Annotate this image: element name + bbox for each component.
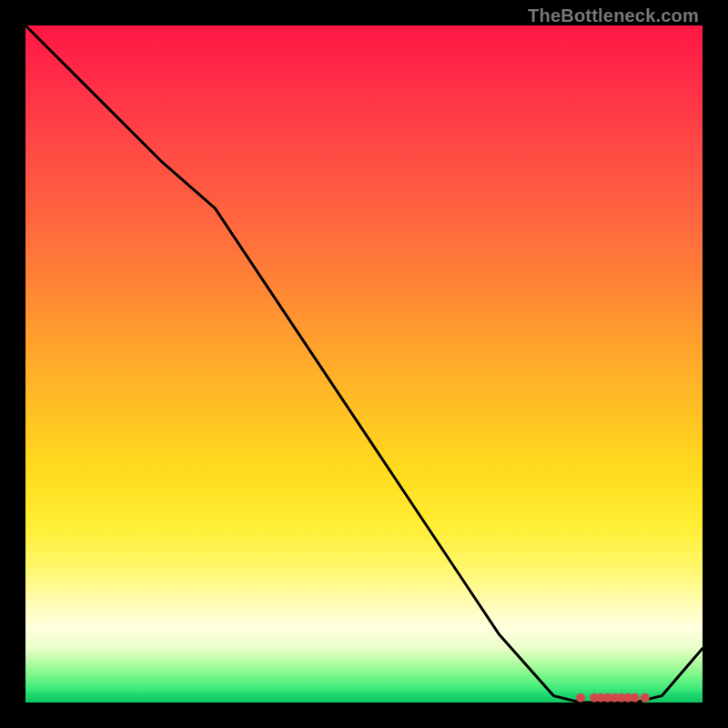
chart-frame: TheBottleneck.com: [0, 0, 728, 728]
chart-marker: [576, 693, 585, 703]
watermark-text: TheBottleneck.com: [528, 5, 699, 26]
chart-plot-area: [25, 25, 703, 703]
line-curve: [25, 25, 703, 703]
chart-line-series: [25, 25, 703, 703]
chart-marker: [631, 693, 640, 703]
chart-marker: [641, 693, 650, 703]
chart-svg: [25, 25, 703, 703]
